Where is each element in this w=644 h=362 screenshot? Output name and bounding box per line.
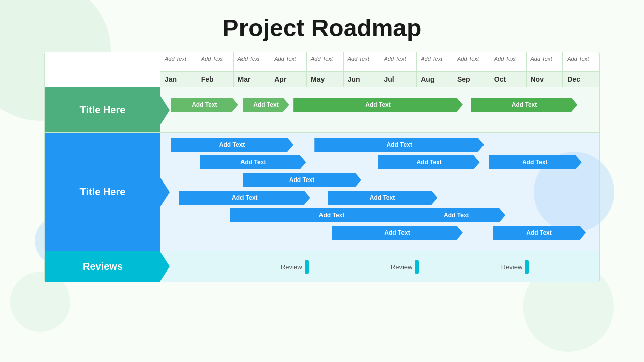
addtext-cell-10: Add Text (527, 52, 564, 71)
blue-bar-8: Add Text (230, 208, 433, 222)
addtext-cell-3: Add Text (270, 52, 307, 71)
reviews-area: ReviewReviewReview (171, 260, 594, 281)
section1-label: Title Here (45, 87, 160, 132)
review-tick-0 (305, 260, 309, 274)
page-title: Project Roadmap (0, 0, 644, 52)
month-cell-nov: Nov (527, 72, 564, 87)
review-text-0: Review (281, 263, 302, 271)
blue-bar-1: Add Text (314, 138, 484, 152)
green-bar-2: Add Text (293, 98, 463, 112)
section1-title: Title Here (80, 104, 126, 116)
blue-bars-area: Add TextAdd TextAdd TextAdd TextAdd Text… (171, 138, 594, 246)
reviews-label: Reviews (45, 251, 160, 282)
section2-content: Add TextAdd TextAdd TextAdd TextAdd Text… (160, 133, 599, 251)
blue-bar-6: Add Text (179, 191, 310, 205)
blue-section-row: Title Here Add TextAdd TextAdd TextAdd T… (45, 132, 599, 251)
reviews-content: ReviewReviewReview (160, 251, 599, 282)
addtext-cell-0: Add Text (160, 52, 197, 71)
addtext-cell-5: Add Text (344, 52, 380, 71)
month-cell-may: May (307, 72, 344, 87)
month-cell-feb: Feb (197, 72, 234, 87)
green-section-row: Title Here Add TextAdd TextAdd TextAdd T… (45, 87, 599, 132)
section2-label: Title Here (45, 133, 160, 251)
month-cell-mar: Mar (234, 72, 271, 87)
month-cell-jan: Jan (160, 72, 197, 87)
addtext-row: Add TextAdd TextAdd TextAdd TextAdd Text… (160, 52, 599, 72)
addtext-cell-4: Add Text (307, 52, 344, 71)
addtext-cell-1: Add Text (197, 52, 234, 71)
review-tick-2 (525, 260, 529, 274)
months-row: JanFebMarAprMayJunJulAugSepOctNovDec (160, 72, 599, 87)
addtext-cell-7: Add Text (417, 52, 453, 71)
green-bars-area: Add TextAdd TextAdd TextAdd Text (171, 98, 594, 115)
roadmap-container: Add TextAdd TextAdd TextAdd TextAdd Text… (44, 52, 600, 282)
section2-title: Title Here (80, 186, 126, 198)
header-months-wrapper: Add TextAdd TextAdd TextAdd TextAdd Text… (160, 52, 599, 87)
header-label-col (45, 52, 160, 87)
addtext-cell-11: Add Text (563, 52, 599, 71)
month-cell-sep: Sep (453, 72, 490, 87)
addtext-cell-8: Add Text (453, 52, 490, 71)
month-cell-jul: Jul (380, 72, 417, 87)
blue-bar-0: Add Text (171, 138, 293, 152)
reviews-title: Reviews (83, 261, 123, 273)
review-text-2: Review (501, 263, 523, 271)
blue-bar-9: Add Text (408, 208, 506, 222)
blue-bar-7: Add Text (328, 191, 438, 205)
month-cell-aug: Aug (417, 72, 453, 87)
review-item-0: Review (281, 260, 309, 274)
review-item-1: Review (391, 260, 419, 274)
blue-bar-4: Add Text (489, 155, 582, 169)
month-cell-oct: Oct (490, 72, 527, 87)
addtext-cell-6: Add Text (380, 52, 417, 71)
addtext-cell-9: Add Text (490, 52, 527, 71)
blue-bar-10: Add Text (332, 226, 463, 240)
green-bar-3: Add Text (471, 98, 578, 112)
header-section: Add TextAdd TextAdd TextAdd TextAdd Text… (45, 52, 599, 87)
review-item-2: Review (501, 260, 529, 274)
section1-content: Add TextAdd TextAdd TextAdd Text (160, 87, 599, 132)
month-cell-apr: Apr (270, 72, 307, 87)
blue-bar-3: Add Text (378, 155, 480, 169)
blue-bar-11: Add Text (493, 226, 586, 240)
blue-bar-5: Add Text (243, 173, 361, 187)
review-tick-1 (415, 260, 419, 274)
reviews-row: Reviews ReviewReviewReview (45, 251, 599, 282)
blue-bar-2: Add Text (200, 155, 306, 169)
month-cell-jun: Jun (344, 72, 380, 87)
review-text-1: Review (391, 263, 413, 271)
addtext-cell-2: Add Text (234, 52, 271, 71)
green-bar-1: Add Text (243, 98, 289, 112)
month-cell-dec: Dec (563, 72, 599, 87)
green-bar-0: Add Text (171, 98, 238, 112)
